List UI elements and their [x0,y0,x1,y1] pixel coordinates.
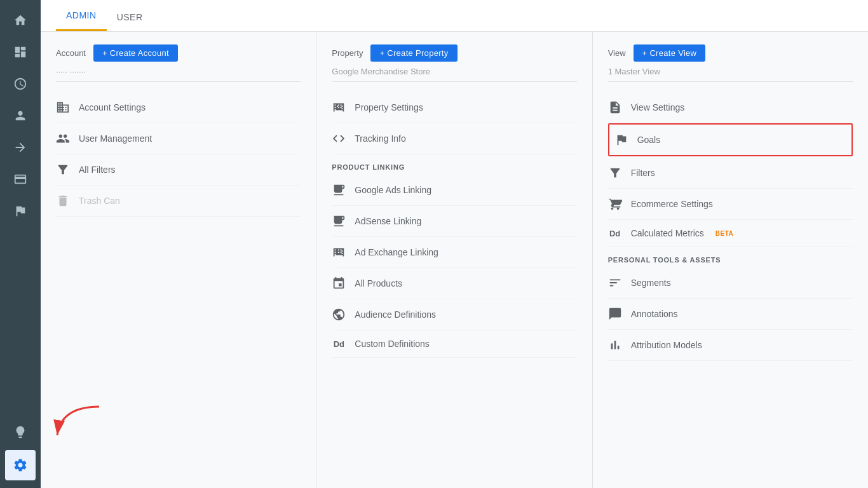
menu-label-ecommerce: Ecommerce Settings [631,199,713,209]
create-property-button[interactable]: + Create Property [370,44,457,62]
sidebar-icon-arrow[interactable] [5,132,36,163]
menu-label-google-ads: Google Ads Linking [355,185,431,195]
sidebar [0,0,41,488]
tab-user[interactable]: USER [107,4,153,31]
menu-label-tracking-info: Tracking Info [355,133,405,144]
menu-item-user-management[interactable]: User Management [56,123,301,154]
filter-view-icon [608,166,622,180]
account-name: ····· ······· [56,67,301,82]
custom-dd-icon: Dd [332,339,346,349]
sidebar-icon-home[interactable] [5,5,36,36]
menu-item-tracking-info[interactable]: Tracking Info [332,123,576,154]
section-header-product-linking: PRODUCT LINKING [332,154,576,175]
menu-label-segments: Segments [631,278,671,288]
menu-item-property-settings[interactable]: Property Settings [332,92,576,123]
annotations-icon [608,307,622,321]
menu-label-all-filters: All Filters [79,165,116,175]
dd-icon: Dd [608,229,622,238]
menu-label-audience-definitions: Audience Definitions [355,309,436,320]
admin-area: Account + Create Account ····· ······· A… [41,32,868,488]
menu-label-goals: Goals [637,135,661,145]
view-label: View [608,48,626,58]
create-account-button[interactable]: + Create Account [93,44,178,62]
adexchange-icon [332,245,346,259]
menu-label-ad-exchange: Ad Exchange Linking [355,247,438,257]
menu-label-user-management: User Management [79,133,152,144]
menu-label-property-settings: Property Settings [355,102,423,112]
menu-item-goals[interactable]: Goals [608,123,853,156]
menu-item-ad-exchange[interactable]: Ad Exchange Linking [332,237,576,268]
code-icon [332,132,346,146]
property-name: Google Merchandise Store [332,67,576,82]
tab-admin[interactable]: ADMIN [56,3,107,31]
menu-item-all-products[interactable]: All Products [332,268,576,299]
menu-item-adsense[interactable]: AdSense Linking [332,206,576,237]
property-column-header: Property + Create Property [332,44,576,62]
flag-icon [614,133,628,147]
menu-label-filters: Filters [631,168,655,178]
sidebar-icon-card[interactable] [5,164,36,194]
property-label: Property [332,48,363,58]
menu-label-annotations: Annotations [631,309,678,319]
menu-label-adsense: AdSense Linking [355,216,421,226]
sidebar-bottom [5,417,36,480]
main-content: ADMIN USER Account + Create Account ····… [41,0,868,488]
cart-icon [608,197,622,211]
menu-label-attribution-models: Attribution Models [631,340,702,350]
building-icon [56,100,70,114]
trash-icon [56,194,70,208]
property-icon [332,100,346,114]
allproducts-icon [332,276,346,290]
segments-icon [608,276,622,290]
beta-badge: BETA [715,230,733,237]
menu-item-annotations[interactable]: Annotations [608,299,853,330]
view-column-header: View + Create View [608,44,853,62]
menu-item-custom-definitions[interactable]: Dd Custom Definitions [332,330,576,358]
menu-label-view-settings: View Settings [631,102,685,112]
create-view-button[interactable]: + Create View [634,44,706,62]
menu-item-all-filters[interactable]: All Filters [56,154,301,186]
menu-label-custom-definitions: Custom Definitions [355,339,430,349]
sidebar-bulb-icon[interactable] [5,417,36,447]
menu-item-filters[interactable]: Filters [608,158,853,189]
top-tabs: ADMIN USER [41,0,868,32]
section-header-personal-tools: PERSONAL TOOLS & ASSETS [608,247,853,268]
account-column-header: Account + Create Account [56,44,301,62]
sidebar-icon-person[interactable] [5,100,36,131]
menu-item-trash-can[interactable]: Trash Can [56,186,301,217]
menu-item-account-settings[interactable]: Account Settings [56,92,301,123]
view-name: 1 Master View [608,67,853,82]
menu-item-google-ads[interactable]: Google Ads Linking [332,175,576,206]
sidebar-icon-clock[interactable] [5,69,36,99]
menu-item-ecommerce[interactable]: Ecommerce Settings [608,189,853,220]
menu-item-audience-definitions[interactable]: Audience Definitions [332,299,576,330]
menu-label-account-settings: Account Settings [79,102,146,112]
viewsettings-icon [608,100,622,114]
sidebar-gear-button[interactable] [5,450,36,480]
audience-icon [332,308,346,322]
sidebar-icon-flag[interactable] [5,196,36,226]
menu-label-trash-can: Trash Can [79,196,120,206]
view-column: View + Create View 1 Master View View Se… [593,32,868,488]
filter-icon [56,163,70,177]
attribution-icon [608,338,622,352]
adsense-icon [332,214,346,228]
property-column: Property + Create Property Google Mercha… [316,32,592,488]
account-label: Account [56,48,86,58]
menu-item-segments[interactable]: Segments [608,268,853,299]
menu-item-view-settings[interactable]: View Settings [608,92,853,123]
menu-label-all-products: All Products [355,278,402,288]
sidebar-icon-dashboard[interactable] [5,37,36,67]
users-icon [56,132,70,146]
menu-label-calculated-metrics: Calculated Metrics [631,228,704,238]
menu-item-calculated-metrics[interactable]: Dd Calculated Metrics BETA [608,220,853,247]
ads-icon [332,183,346,197]
menu-item-attribution-models[interactable]: Attribution Models [608,330,853,361]
account-column: Account + Create Account ····· ······· A… [41,32,316,488]
